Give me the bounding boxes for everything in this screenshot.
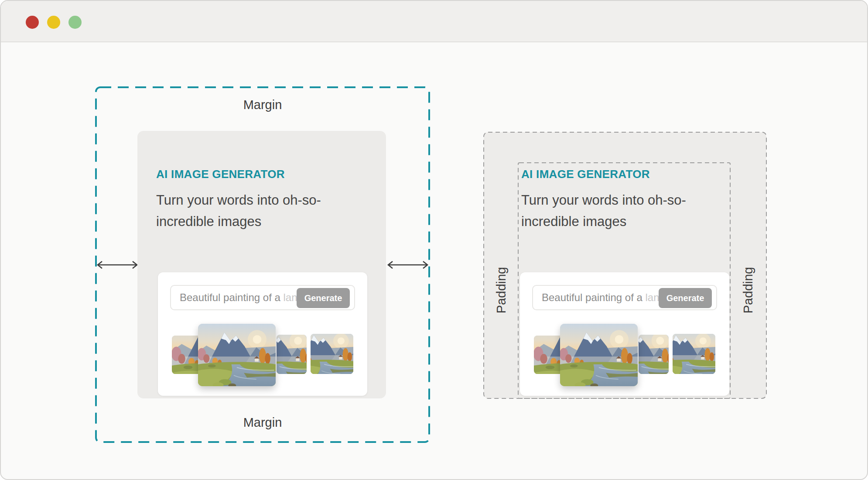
card-headline-line1: Turn your words into oh-so- (156, 189, 321, 211)
card-headline-line2: incredible images (156, 211, 321, 232)
card-headline-line1: Turn your words into oh-so- (521, 189, 686, 211)
close-window-button[interactable] (26, 16, 39, 29)
padding-label-right: Padding (740, 251, 756, 329)
landscape-thumbnail-image[interactable] (673, 334, 715, 374)
prompt-input[interactable]: Beautiful painting of a land Generate (170, 285, 355, 310)
generate-button[interactable]: Generate (659, 288, 712, 308)
landscape-thumbnail-image[interactable] (311, 334, 353, 374)
browser-window: Margin Margin AI IMAGE GENERATOR Turn yo… (0, 0, 868, 480)
margin-label-top: Margin (95, 98, 430, 112)
margin-label-bottom: Margin (95, 415, 430, 430)
generator-widget: Beautiful painting of a land Generate (520, 272, 729, 396)
landscape-thumbnail-image-featured[interactable] (560, 324, 638, 386)
zoom-window-button[interactable] (68, 16, 82, 29)
generate-button[interactable]: Generate (297, 288, 350, 308)
landscape-thumbnail-image[interactable] (277, 335, 307, 374)
prompt-placeholder: Beautiful painting of a land (542, 286, 665, 309)
minimize-window-button[interactable] (47, 16, 60, 29)
landscape-thumbnail-image[interactable] (639, 335, 669, 374)
padding-demo-inner-box: AI IMAGE GENERATOR Turn your words into … (518, 162, 731, 399)
card-headline: Turn your words into oh-so- incredible i… (156, 189, 321, 232)
card-eyebrow: AI IMAGE GENERATOR (521, 168, 650, 181)
card-headline: Turn your words into oh-so- incredible i… (521, 189, 686, 232)
card-eyebrow: AI IMAGE GENERATOR (156, 168, 285, 181)
card-headline-line2: incredible images (521, 211, 686, 232)
padding-label-left: Padding (493, 251, 509, 329)
generator-widget: Beautiful painting of a land Generate (158, 272, 367, 396)
prompt-placeholder: Beautiful painting of a land (180, 286, 303, 309)
prompt-input[interactable]: Beautiful painting of a land Generate (532, 285, 717, 310)
generator-card-margin: AI IMAGE GENERATOR Turn your words into … (137, 131, 386, 398)
browser-titlebar (1, 1, 867, 42)
landscape-thumbnail-image-featured[interactable] (198, 324, 276, 386)
